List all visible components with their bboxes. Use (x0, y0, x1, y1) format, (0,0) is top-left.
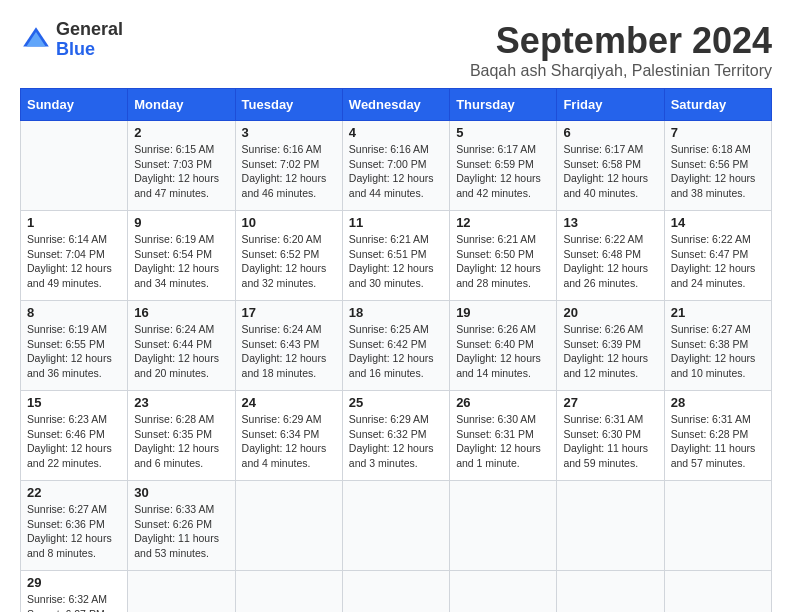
day-number: 24 (242, 395, 336, 410)
day-info: Sunrise: 6:22 AMSunset: 6:47 PMDaylight:… (671, 232, 765, 291)
day-number: 5 (456, 125, 550, 140)
day-info: Sunrise: 6:31 AMSunset: 6:28 PMDaylight:… (671, 412, 765, 471)
calendar-cell (664, 481, 771, 571)
day-info: Sunrise: 6:24 AMSunset: 6:44 PMDaylight:… (134, 322, 228, 381)
calendar-cell (235, 571, 342, 613)
calendar-cell: 25Sunrise: 6:29 AMSunset: 6:32 PMDayligh… (342, 391, 449, 481)
calendar-cell: 17Sunrise: 6:24 AMSunset: 6:43 PMDayligh… (235, 301, 342, 391)
day-info: Sunrise: 6:32 AMSunset: 6:27 PMDaylight:… (27, 592, 121, 612)
day-info: Sunrise: 6:23 AMSunset: 6:46 PMDaylight:… (27, 412, 121, 471)
day-number: 6 (563, 125, 657, 140)
day-number: 14 (671, 215, 765, 230)
page-header: General Blue September 2024 Baqah ash Sh… (20, 20, 772, 80)
day-number: 4 (349, 125, 443, 140)
day-number: 18 (349, 305, 443, 320)
calendar-cell: 14Sunrise: 6:22 AMSunset: 6:47 PMDayligh… (664, 211, 771, 301)
calendar-row: 8Sunrise: 6:19 AMSunset: 6:55 PMDaylight… (21, 301, 772, 391)
calendar-cell (235, 481, 342, 571)
calendar-cell: 27Sunrise: 6:31 AMSunset: 6:30 PMDayligh… (557, 391, 664, 481)
day-number: 30 (134, 485, 228, 500)
logo-icon (20, 24, 52, 56)
calendar-cell (450, 571, 557, 613)
day-number: 26 (456, 395, 550, 410)
title-section: September 2024 Baqah ash Sharqiyah, Pale… (470, 20, 772, 80)
day-number: 10 (242, 215, 336, 230)
day-number: 20 (563, 305, 657, 320)
calendar-cell: 2Sunrise: 6:15 AMSunset: 7:03 PMDaylight… (128, 121, 235, 211)
day-info: Sunrise: 6:16 AMSunset: 7:02 PMDaylight:… (242, 142, 336, 201)
header-day-tuesday: Tuesday (235, 89, 342, 121)
day-number: 21 (671, 305, 765, 320)
day-info: Sunrise: 6:19 AMSunset: 6:55 PMDaylight:… (27, 322, 121, 381)
logo-general: General (56, 20, 123, 40)
calendar-cell: 24Sunrise: 6:29 AMSunset: 6:34 PMDayligh… (235, 391, 342, 481)
calendar-cell: 9Sunrise: 6:19 AMSunset: 6:54 PMDaylight… (128, 211, 235, 301)
day-number: 27 (563, 395, 657, 410)
header-day-monday: Monday (128, 89, 235, 121)
header-day-thursday: Thursday (450, 89, 557, 121)
day-number: 17 (242, 305, 336, 320)
day-info: Sunrise: 6:18 AMSunset: 6:56 PMDaylight:… (671, 142, 765, 201)
day-info: Sunrise: 6:30 AMSunset: 6:31 PMDaylight:… (456, 412, 550, 471)
calendar-cell: 26Sunrise: 6:30 AMSunset: 6:31 PMDayligh… (450, 391, 557, 481)
calendar-cell: 15Sunrise: 6:23 AMSunset: 6:46 PMDayligh… (21, 391, 128, 481)
calendar-cell (21, 121, 128, 211)
day-info: Sunrise: 6:17 AMSunset: 6:58 PMDaylight:… (563, 142, 657, 201)
day-info: Sunrise: 6:29 AMSunset: 6:32 PMDaylight:… (349, 412, 443, 471)
calendar-cell: 18Sunrise: 6:25 AMSunset: 6:42 PMDayligh… (342, 301, 449, 391)
day-info: Sunrise: 6:27 AMSunset: 6:38 PMDaylight:… (671, 322, 765, 381)
calendar-cell: 22Sunrise: 6:27 AMSunset: 6:36 PMDayligh… (21, 481, 128, 571)
calendar-cell (557, 571, 664, 613)
calendar-cell: 12Sunrise: 6:21 AMSunset: 6:50 PMDayligh… (450, 211, 557, 301)
calendar-cell: 28Sunrise: 6:31 AMSunset: 6:28 PMDayligh… (664, 391, 771, 481)
day-number: 7 (671, 125, 765, 140)
header-day-sunday: Sunday (21, 89, 128, 121)
day-info: Sunrise: 6:22 AMSunset: 6:48 PMDaylight:… (563, 232, 657, 291)
calendar-cell (128, 571, 235, 613)
day-number: 8 (27, 305, 121, 320)
location-subtitle: Baqah ash Sharqiyah, Palestinian Territo… (470, 62, 772, 80)
calendar-cell: 30Sunrise: 6:33 AMSunset: 6:26 PMDayligh… (128, 481, 235, 571)
calendar-cell: 16Sunrise: 6:24 AMSunset: 6:44 PMDayligh… (128, 301, 235, 391)
calendar-cell: 5Sunrise: 6:17 AMSunset: 6:59 PMDaylight… (450, 121, 557, 211)
day-number: 29 (27, 575, 121, 590)
day-number: 16 (134, 305, 228, 320)
logo-text: General Blue (56, 20, 123, 60)
day-info: Sunrise: 6:25 AMSunset: 6:42 PMDaylight:… (349, 322, 443, 381)
calendar-cell: 6Sunrise: 6:17 AMSunset: 6:58 PMDaylight… (557, 121, 664, 211)
calendar-cell (342, 571, 449, 613)
calendar-row: 22Sunrise: 6:27 AMSunset: 6:36 PMDayligh… (21, 481, 772, 571)
day-info: Sunrise: 6:19 AMSunset: 6:54 PMDaylight:… (134, 232, 228, 291)
calendar-cell: 1Sunrise: 6:14 AMSunset: 7:04 PMDaylight… (21, 211, 128, 301)
day-info: Sunrise: 6:21 AMSunset: 6:51 PMDaylight:… (349, 232, 443, 291)
calendar-cell: 20Sunrise: 6:26 AMSunset: 6:39 PMDayligh… (557, 301, 664, 391)
day-info: Sunrise: 6:29 AMSunset: 6:34 PMDaylight:… (242, 412, 336, 471)
header-day-saturday: Saturday (664, 89, 771, 121)
calendar-cell: 21Sunrise: 6:27 AMSunset: 6:38 PMDayligh… (664, 301, 771, 391)
header-day-wednesday: Wednesday (342, 89, 449, 121)
calendar-cell: 7Sunrise: 6:18 AMSunset: 6:56 PMDaylight… (664, 121, 771, 211)
day-info: Sunrise: 6:16 AMSunset: 7:00 PMDaylight:… (349, 142, 443, 201)
calendar-row: 2Sunrise: 6:15 AMSunset: 7:03 PMDaylight… (21, 121, 772, 211)
day-info: Sunrise: 6:27 AMSunset: 6:36 PMDaylight:… (27, 502, 121, 561)
day-info: Sunrise: 6:24 AMSunset: 6:43 PMDaylight:… (242, 322, 336, 381)
day-info: Sunrise: 6:15 AMSunset: 7:03 PMDaylight:… (134, 142, 228, 201)
calendar-cell: 11Sunrise: 6:21 AMSunset: 6:51 PMDayligh… (342, 211, 449, 301)
calendar-cell (450, 481, 557, 571)
month-title: September 2024 (470, 20, 772, 62)
day-number: 15 (27, 395, 121, 410)
header-row: SundayMondayTuesdayWednesdayThursdayFrid… (21, 89, 772, 121)
calendar-cell: 29Sunrise: 6:32 AMSunset: 6:27 PMDayligh… (21, 571, 128, 613)
day-number: 28 (671, 395, 765, 410)
day-number: 22 (27, 485, 121, 500)
calendar-cell: 8Sunrise: 6:19 AMSunset: 6:55 PMDaylight… (21, 301, 128, 391)
calendar-cell (557, 481, 664, 571)
day-number: 23 (134, 395, 228, 410)
logo: General Blue (20, 20, 123, 60)
day-number: 1 (27, 215, 121, 230)
day-number: 12 (456, 215, 550, 230)
calendar-cell: 13Sunrise: 6:22 AMSunset: 6:48 PMDayligh… (557, 211, 664, 301)
day-info: Sunrise: 6:33 AMSunset: 6:26 PMDaylight:… (134, 502, 228, 561)
calendar-table: SundayMondayTuesdayWednesdayThursdayFrid… (20, 88, 772, 612)
calendar-cell (342, 481, 449, 571)
